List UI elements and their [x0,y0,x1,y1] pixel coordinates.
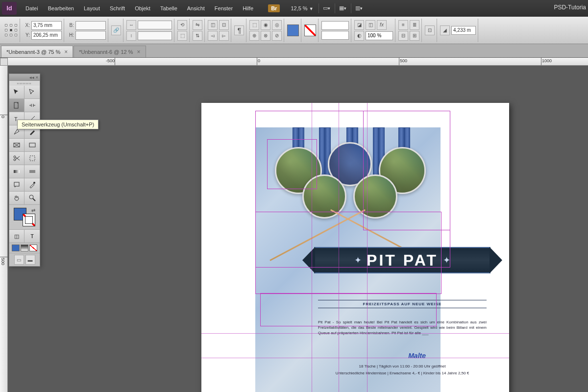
flyer-title: PIT PAT [367,251,438,270]
width-input[interactable] [75,21,106,30]
workspace-icon[interactable]: ▥▾ [353,2,365,14]
shear-icon[interactable]: ⬚ [177,31,187,41]
wrap-6-icon[interactable]: ⊘ [272,31,282,41]
close-icon[interactable]: × [64,49,68,55]
fill-stroke-control[interactable]: ⇄ [14,208,35,226]
svg-point-7 [14,156,16,158]
gradient-feather-tool[interactable] [24,165,40,178]
stroke-weight-input[interactable] [321,21,349,30]
direct-selection-tool[interactable] [24,86,40,98]
x-input[interactable] [31,21,62,30]
menu-fenster[interactable]: Fenster [210,3,238,13]
apply-color-swatch[interactable] [12,245,20,251]
flyer-logo: Malte [408,352,426,360]
star-icon: ✦ [354,255,362,266]
wrap-5-icon[interactable]: ⊗ [261,31,270,41]
opacity-input[interactable] [366,31,393,40]
select-prev-icon[interactable]: ◅ [208,31,218,41]
drop-shadow-icon[interactable]: ◫ [366,20,375,30]
select-next-icon[interactable]: ▻ [219,31,229,41]
align-1-icon[interactable]: ≡ [398,20,408,30]
menu-objekt[interactable]: Objekt [130,3,155,13]
stroke-style-input[interactable] [321,31,349,40]
flyer-price: Unterschiedliche Hindernisse | Erwachsen… [318,370,487,376]
reference-point-grid[interactable] [5,24,18,37]
corner-input[interactable] [451,26,476,35]
wrap-4-icon[interactable]: ⊕ [249,31,259,41]
swap-icon[interactable]: ⇄ [31,208,35,213]
menu-tabelle[interactable]: Tabelle [155,3,182,13]
gap-tool[interactable] [24,99,40,112]
eyedropper-tool[interactable] [24,178,40,191]
y-label: Y: [23,32,30,38]
formatting-container-icon[interactable]: ◫ [9,230,24,243]
svg-rect-6 [29,143,35,147]
flip-h-icon[interactable]: ⇋ [193,20,202,30]
select-container-icon[interactable]: ◫ [208,20,218,30]
fx-icon[interactable]: fx [377,20,387,30]
align-2-icon[interactable]: ≣ [410,20,419,30]
screen-mode-icon[interactable]: ▭▾ [321,2,333,14]
flip-v-icon[interactable]: ⇅ [193,31,202,41]
align-4-icon[interactable]: ⊞ [410,31,419,41]
paragraph-icon[interactable]: ¶ [234,25,244,35]
effects-icon[interactable]: ◪ [354,20,364,30]
rectangle-tool[interactable] [24,139,40,151]
tools-panel-header[interactable]: ◂◂× [9,74,40,81]
note-tool[interactable] [9,178,24,191]
close-icon[interactable]: × [137,49,141,55]
select-content-icon[interactable]: ⊡ [219,20,229,30]
fill-color-swatch[interactable] [287,24,299,36]
scale-y-input[interactable] [138,31,172,40]
apply-gradient-swatch[interactable] [21,245,28,251]
menu-schrift[interactable]: Schrift [105,3,130,13]
zoom-tool[interactable] [24,192,40,204]
rectangle-frame-tool[interactable] [9,139,24,151]
bridge-button[interactable]: Br [268,4,280,12]
formatting-text-icon[interactable]: T [24,230,40,243]
gradient-swatch-tool[interactable] [9,165,24,178]
page[interactable]: ✦ PIT PAT ✦ FREIZEITSPASS AUF NEUE WEISE… [201,103,509,392]
wrap-3-icon[interactable]: ◎ [272,20,282,30]
menu-bearbeiten[interactable]: Bearbeiten [43,3,79,13]
close-icon[interactable]: × [36,75,38,80]
horizontal-ruler[interactable]: -500 0 500 1000 [8,58,588,66]
scale-x-icon: ↔ [126,20,136,30]
ruler-origin[interactable] [0,58,8,66]
panel-grip[interactable] [9,81,40,86]
scale-y-icon: ↕ [126,31,136,41]
y-input[interactable] [31,31,62,40]
page-tool[interactable] [9,99,24,112]
wrap-1-icon[interactable]: ⬚ [249,20,259,30]
menu-hilfe[interactable]: Hilfe [238,3,258,13]
apply-none-swatch[interactable] [29,245,37,251]
menu-datei[interactable]: Datei [21,3,43,13]
menu-ansicht[interactable]: Ansicht [182,3,210,13]
collapse-icon[interactable]: ◂◂ [29,75,34,80]
view-mode-normal-icon[interactable]: ▭ [14,255,24,265]
svg-rect-10 [14,170,20,173]
tab-unbenannt-6[interactable]: *Unbenannt-6 @ 12 %× [74,46,146,57]
document-canvas[interactable]: ✦ PIT PAT ✦ FREIZEITSPASS AUF NEUE WEISE… [8,66,588,392]
tab-unbenannt-3[interactable]: *Unbenannt-3 @ 75 %× [1,46,73,57]
menu-layout[interactable]: Layout [79,3,105,13]
svg-line-15 [33,198,35,201]
scale-x-input[interactable] [138,21,172,29]
arrange-icon[interactable]: ▦▾ [337,2,349,14]
rotate-icon[interactable]: ⟲ [177,20,187,30]
zoom-level[interactable]: 12,5 % ▼ [288,4,316,12]
scissors-tool[interactable] [9,152,24,165]
flyer-background: ✦ PIT PAT ✦ FREIZEITSPASS AUF NEUE WEISE… [255,127,441,392]
stroke-none-swatch[interactable] [304,24,316,36]
fit-frame-icon[interactable]: ⊡ [425,25,435,35]
hand-tool[interactable] [9,192,24,204]
align-3-icon[interactable]: ⊟ [398,31,408,41]
height-input[interactable] [75,31,106,40]
view-mode-preview-icon[interactable]: ▬ [25,255,35,265]
free-transform-tool[interactable] [24,152,40,165]
wrap-2-icon[interactable]: ◉ [261,20,270,30]
stroke-swatch[interactable] [23,214,35,226]
vertical-ruler[interactable]: 0 500 [0,66,8,392]
selection-tool[interactable] [9,86,24,98]
constrain-icon[interactable]: 🔗 [111,25,121,35]
